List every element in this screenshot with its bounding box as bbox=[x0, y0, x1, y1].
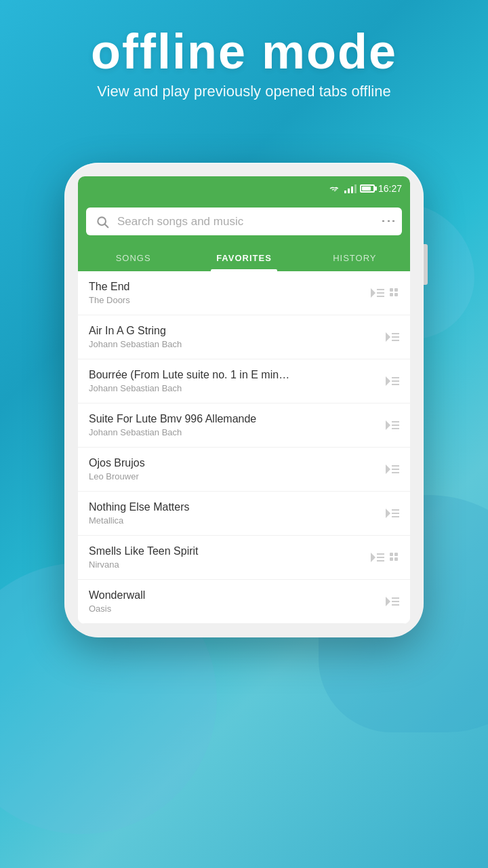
subtitle: View and play previously opened tabs off… bbox=[0, 83, 488, 100]
svg-marker-18 bbox=[386, 420, 390, 430]
tab-songs[interactable]: SONGS bbox=[78, 245, 188, 271]
song-title: Air In A G String bbox=[89, 325, 386, 337]
svg-rect-7 bbox=[394, 288, 398, 292]
play-lines-icon bbox=[386, 465, 399, 474]
svg-marker-30 bbox=[371, 553, 375, 562]
list-item[interactable]: Smells Like Teen Spirit Nirvana bbox=[78, 536, 410, 580]
song-actions bbox=[386, 332, 399, 342]
status-time: 16:27 bbox=[378, 183, 402, 194]
song-artist: Oasis bbox=[89, 604, 386, 614]
status-bar: 16:27 bbox=[78, 176, 410, 201]
svg-marker-26 bbox=[386, 509, 390, 518]
svg-line-1 bbox=[105, 224, 108, 227]
svg-marker-38 bbox=[386, 597, 390, 606]
song-title: Wonderwall bbox=[89, 589, 386, 601]
battery-icon bbox=[360, 184, 375, 193]
song-info: Smells Like Teen Spirit Nirvana bbox=[89, 545, 371, 570]
song-actions bbox=[386, 465, 399, 474]
list-item[interactable]: Bourrée (From Lute suite no. 1 in E min…… bbox=[78, 359, 410, 403]
song-artist: Johann Sebastian Bach bbox=[89, 339, 386, 349]
song-actions bbox=[386, 597, 399, 606]
wifi-icon bbox=[329, 184, 341, 193]
play-lines-icon bbox=[386, 597, 399, 606]
song-info: Suite For Lute Bmv 996 Allemande Johann … bbox=[89, 413, 386, 437]
song-artist: The Doors bbox=[89, 295, 371, 305]
song-actions bbox=[386, 509, 399, 518]
svg-rect-8 bbox=[390, 293, 393, 296]
song-artist: Leo Brouwer bbox=[89, 471, 386, 481]
song-info: Ojos Brujos Leo Brouwer bbox=[89, 457, 386, 481]
song-info: The End The Doors bbox=[89, 281, 371, 305]
header-section: offline mode View and play previously op… bbox=[0, 27, 488, 100]
song-list: The End The Doors bbox=[78, 271, 410, 624]
status-icons: 16:27 bbox=[329, 183, 402, 194]
tabs-bar: SONGS FAVORITES HISTORY bbox=[78, 245, 410, 271]
more-options-button[interactable]: ⋮ bbox=[384, 214, 392, 229]
svg-rect-34 bbox=[390, 553, 393, 556]
song-actions bbox=[386, 420, 399, 430]
signal-icon bbox=[344, 184, 357, 193]
list-item[interactable]: Air In A G String Johann Sebastian Bach bbox=[78, 315, 410, 359]
play-lines-icon bbox=[386, 509, 399, 518]
song-artist: Metallica bbox=[89, 515, 386, 526]
list-item[interactable]: The End The Doors bbox=[78, 271, 410, 315]
battery-fill bbox=[362, 186, 371, 191]
svg-rect-6 bbox=[390, 288, 393, 292]
phone-wrapper: 16:27 Search songs and music ⋮ bbox=[64, 163, 424, 637]
svg-marker-14 bbox=[386, 376, 390, 386]
grid-icon bbox=[390, 288, 399, 298]
svg-rect-35 bbox=[394, 553, 398, 556]
svg-rect-9 bbox=[394, 293, 398, 296]
song-actions bbox=[371, 288, 399, 298]
song-artist: Johann Sebastian Bach bbox=[89, 427, 386, 437]
list-item[interactable]: Wonderwall Oasis bbox=[78, 580, 410, 624]
song-actions bbox=[371, 553, 399, 562]
song-title: Nothing Else Matters bbox=[89, 501, 386, 513]
list-item[interactable]: Nothing Else Matters Metallica bbox=[78, 492, 410, 536]
phone-side-button bbox=[424, 244, 428, 285]
song-artist: Nirvana bbox=[89, 559, 371, 570]
svg-marker-2 bbox=[371, 288, 375, 298]
search-input-wrapper[interactable]: Search songs and music ⋮ bbox=[86, 208, 402, 235]
play-lines-icon bbox=[386, 376, 399, 386]
song-title: Bourrée (From Lute suite no. 1 in E min… bbox=[89, 369, 386, 381]
grid-icon bbox=[390, 553, 399, 562]
song-info: Bourrée (From Lute suite no. 1 in E min…… bbox=[89, 369, 386, 393]
svg-rect-37 bbox=[394, 557, 398, 561]
song-actions bbox=[386, 376, 399, 386]
song-artist: Johann Sebastian Bach bbox=[89, 383, 386, 393]
play-lines-icon bbox=[371, 553, 384, 562]
phone-screen: 16:27 Search songs and music ⋮ bbox=[78, 176, 410, 624]
song-title: Smells Like Teen Spirit bbox=[89, 545, 371, 557]
tab-favorites[interactable]: FAVORITES bbox=[188, 245, 299, 271]
song-title: The End bbox=[89, 281, 371, 293]
song-info: Nothing Else Matters Metallica bbox=[89, 501, 386, 526]
song-info: Wonderwall Oasis bbox=[89, 589, 386, 614]
list-item[interactable]: Ojos Brujos Leo Brouwer bbox=[78, 448, 410, 492]
search-placeholder: Search songs and music bbox=[117, 215, 375, 229]
search-bar: Search songs and music ⋮ bbox=[78, 201, 410, 245]
play-lines-icon bbox=[386, 420, 399, 430]
main-title: offline mode bbox=[0, 27, 488, 76]
svg-marker-10 bbox=[386, 332, 390, 342]
svg-marker-22 bbox=[386, 465, 390, 474]
play-lines-icon bbox=[371, 288, 384, 298]
song-title: Suite For Lute Bmv 996 Allemande bbox=[89, 413, 386, 425]
search-icon bbox=[96, 215, 109, 229]
svg-rect-36 bbox=[390, 557, 393, 561]
phone-frame: 16:27 Search songs and music ⋮ bbox=[64, 163, 424, 637]
song-info: Air In A G String Johann Sebastian Bach bbox=[89, 325, 386, 349]
tab-history[interactable]: HISTORY bbox=[300, 245, 410, 271]
list-item[interactable]: Suite For Lute Bmv 996 Allemande Johann … bbox=[78, 403, 410, 448]
play-lines-icon bbox=[386, 332, 399, 342]
song-title: Ojos Brujos bbox=[89, 457, 386, 469]
